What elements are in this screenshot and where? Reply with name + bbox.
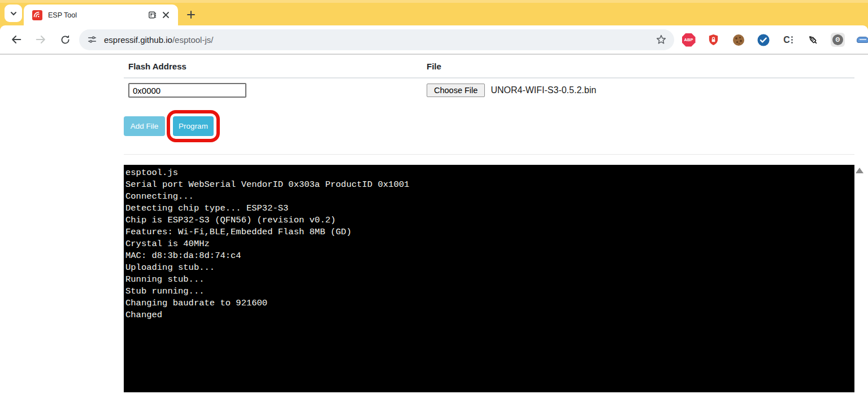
- terminal-line: Connecting...: [125, 191, 854, 203]
- tab-search-button[interactable]: [5, 5, 22, 22]
- terminal-line: Serial port WebSerial VendorID 0x303a Pr…: [125, 179, 854, 191]
- extension-adblock-plus-icon[interactable]: ABP: [682, 33, 696, 47]
- extension-cookie-icon[interactable]: [731, 33, 745, 47]
- url-host: espressif.github.io: [104, 35, 172, 45]
- extension-blue-widget-icon[interactable]: [856, 33, 868, 47]
- url-path: /esptool-js/: [172, 35, 214, 45]
- terminal-line: Crystal is 40MHz: [125, 238, 854, 250]
- tab-close-icon[interactable]: [159, 8, 172, 22]
- back-button[interactable]: [7, 30, 26, 49]
- action-buttons-row: Add File Program: [124, 110, 854, 143]
- forward-button[interactable]: [31, 30, 50, 49]
- extension-c-dots-icon[interactable]: C: [781, 33, 795, 47]
- terminal-lines: esptool.jsSerial port WebSerial VendorID…: [125, 167, 854, 321]
- terminal-line: MAC: d8:3b:da:8d:74:c4: [125, 250, 854, 262]
- selected-file-name: UNOR4-WIFI-S3-0.5.2.bin: [491, 85, 596, 95]
- file-table-row: Choose File UNOR4-WIFI-S3-0.5.2.bin: [124, 78, 854, 98]
- terminal-line: Running stub...: [125, 274, 854, 286]
- star-icon: [655, 33, 667, 46]
- browser-window: ESP Tool: [0, 0, 868, 394]
- url-text[interactable]: espressif.github.io/esptool-js/: [104, 35, 213, 45]
- chevron-down-icon: [10, 10, 18, 17]
- extension-shield-lock-icon[interactable]: [706, 33, 721, 47]
- terminal-line: Stub running...: [125, 286, 854, 297]
- site-settings-tune-icon: [87, 34, 97, 45]
- program-button[interactable]: Program: [173, 116, 214, 136]
- extension-gray-logo-icon[interactable]: ʘ: [831, 33, 845, 47]
- bookmark-star-button[interactable]: [655, 33, 667, 48]
- esp-favicon-icon: [32, 10, 42, 20]
- terminal-line: esptool.js: [125, 167, 854, 179]
- extensions-row: ABP C: [682, 33, 868, 47]
- tab-memory-chip-icon[interactable]: [145, 8, 159, 22]
- plus-icon: [186, 10, 196, 19]
- terminal-scroll-up-arrow[interactable]: [856, 168, 863, 173]
- terminal-output[interactable]: esptool.jsSerial port WebSerial VendorID…: [124, 165, 854, 392]
- reload-button[interactable]: [55, 30, 75, 49]
- terminal-line: Changed: [125, 309, 854, 321]
- extension-syringe-icon[interactable]: [806, 33, 820, 47]
- terminal-line: Detecting chip type... ESP32-S3: [125, 203, 854, 214]
- terminal-line: Changing baudrate to 921600: [125, 297, 854, 309]
- red-highlight-annotation: Program: [167, 110, 220, 142]
- forward-arrow-icon: [34, 33, 47, 46]
- flash-address-input[interactable]: [128, 83, 246, 98]
- back-arrow-icon: [10, 33, 23, 46]
- esp-tool-page: Flash Address File Choose File UNOR4-WIF…: [0, 55, 868, 394]
- terminal-line: Features: Wi-Fi,BLE,Embedded Flash 8MB (…: [125, 226, 854, 238]
- address-bar[interactable]: espressif.github.io/esptool-js/: [79, 29, 674, 50]
- tab-esp-tool[interactable]: ESP Tool: [24, 5, 178, 25]
- terminal-line: Chip is ESP32-S3 (QFN56) (revision v0.2): [125, 214, 854, 226]
- file-table-header-row: Flash Address File: [124, 55, 854, 78]
- tab-title: ESP Tool: [48, 11, 133, 19]
- flash-address-header: Flash Address: [124, 62, 427, 71]
- file-header: File: [427, 62, 854, 71]
- add-file-button[interactable]: Add File: [124, 116, 165, 136]
- content-divider: [124, 154, 854, 155]
- reload-icon: [59, 34, 71, 46]
- new-tab-button[interactable]: [183, 7, 199, 23]
- extension-check-circle-icon[interactable]: [756, 33, 770, 47]
- terminal-line: Uploading stub...: [125, 262, 854, 274]
- choose-file-button[interactable]: Choose File: [427, 84, 485, 97]
